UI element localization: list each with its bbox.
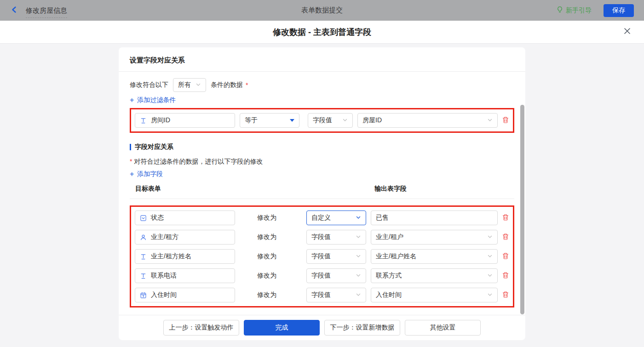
calendar-icon — [140, 292, 147, 299]
card-footer: 上一步：设置触发动作 完成 下一步：设置新增数据 其他设置 — [119, 315, 525, 340]
chevron-down-icon — [356, 214, 361, 222]
back-button[interactable] — [10, 6, 18, 15]
text-field-icon — [140, 273, 147, 279]
trash-icon — [502, 214, 509, 222]
mapping-section-header: 字段对应关系 — [130, 143, 514, 151]
delete-row-button[interactable] — [502, 272, 509, 280]
other-settings-button[interactable]: 其他设置 — [405, 320, 481, 336]
operator-select[interactable]: 等于 — [240, 113, 299, 128]
target-field-box[interactable]: 状态 — [135, 210, 235, 225]
beginner-guide-link[interactable]: 新手引导 — [556, 6, 592, 15]
filter-value-type-select[interactable]: 字段值 — [308, 113, 353, 128]
delete-row-button[interactable] — [502, 252, 509, 261]
mapping-row: 业主/租方 修改为 字段值 业主/租户 — [135, 230, 509, 245]
dialog-title: 修改数据 - 主表到普通字段 — [273, 27, 371, 38]
target-field-label: 业主/租方姓名 — [151, 252, 191, 261]
trash-icon — [502, 233, 509, 242]
chevron-down-icon — [356, 291, 361, 299]
modify-to-label: 修改为 — [257, 291, 276, 299]
add-filter-condition-label: 添加过滤条件 — [137, 96, 176, 104]
add-filter-condition-link[interactable]: + 添加过滤条件 — [130, 96, 176, 104]
target-field-box[interactable]: 入住时间 — [135, 288, 235, 302]
add-field-link[interactable]: + 添加字段 — [130, 170, 163, 178]
select-field-icon — [140, 215, 147, 222]
close-icon — [623, 27, 631, 36]
value-type-select[interactable]: 字段值 — [306, 268, 366, 283]
settings-card: 设置字段对应关系 修改符合以下 所有 条件的数据 * + 添加过滤条件 — [119, 47, 525, 340]
mapping-row: 入住时间 修改为 字段值 入住时间 — [135, 288, 509, 302]
filter-field-label: 房间ID — [151, 116, 170, 125]
value-type-select[interactable]: 字段值 — [306, 249, 366, 264]
mapping-row: 联系电话 修改为 字段值 联系方式 — [135, 268, 509, 283]
target-field-label: 入住时间 — [151, 291, 177, 299]
mapping-section-title: 字段对应关系 — [135, 143, 173, 151]
chevron-down-icon — [356, 253, 361, 260]
modify-to-label: 修改为 — [257, 252, 276, 261]
delete-row-button[interactable] — [502, 214, 509, 222]
page-title: 表单数据提交 — [301, 6, 343, 15]
plus-icon: + — [130, 171, 134, 178]
column-output-field: 输出表字段 — [374, 185, 407, 192]
required-mark: * — [130, 158, 132, 165]
target-field-label: 状态 — [151, 214, 164, 222]
next-step-button[interactable]: 下一步：设置新增数据 — [324, 320, 400, 336]
mapping-row: 业主/租方姓名 修改为 字段值 业主/租户姓名 — [135, 249, 509, 264]
trash-icon — [502, 272, 509, 280]
add-field-label: 添加字段 — [137, 170, 163, 178]
chevron-left-icon — [10, 6, 18, 15]
target-field-box[interactable]: 联系电话 — [135, 268, 235, 283]
delete-row-button[interactable] — [502, 291, 509, 300]
mapping-description: *对符合过滤条件的数据，进行以下字段的修改 — [130, 158, 514, 166]
card-section-title: 设置字段对应关系 — [119, 47, 525, 72]
chevron-down-icon — [356, 233, 361, 241]
output-field-select[interactable]: 入住时间 — [371, 288, 498, 302]
lightbulb-icon — [556, 6, 564, 15]
match-suffix-label: 条件的数据 — [211, 81, 243, 89]
filter-condition-row: 房间ID 等于 字段值 房屋ID — [135, 113, 509, 128]
target-field-box[interactable]: 业主/租方 — [135, 230, 235, 245]
output-value-input[interactable]: 已售 — [371, 210, 498, 225]
chevron-down-icon — [487, 233, 493, 241]
chevron-down-icon — [487, 291, 493, 299]
output-field-select[interactable]: 业主/租户姓名 — [371, 249, 498, 264]
card-content: 修改符合以下 所有 条件的数据 * + 添加过滤条件 — [119, 72, 525, 315]
filter-field-box[interactable]: 房间ID — [135, 113, 235, 128]
close-button[interactable] — [622, 27, 632, 37]
section-accent-bar — [130, 144, 131, 150]
match-type-select[interactable]: 所有 — [173, 78, 206, 92]
dialog-header: 修改数据 - 主表到普通字段 — [0, 21, 644, 44]
dialog-body: 设置字段对应关系 修改符合以下 所有 条件的数据 * + 添加过滤条件 — [0, 47, 644, 347]
target-field-label: 联系电话 — [151, 272, 177, 280]
value-type-select[interactable]: 自定义 — [306, 210, 366, 225]
flow-title[interactable]: 修改房屋信息 — [26, 6, 67, 18]
output-field-select[interactable]: 联系方式 — [371, 268, 498, 283]
chevron-down-icon — [196, 81, 201, 89]
top-navbar: 修改房屋信息 表单数据提交 新手引导 保存 — [0, 0, 644, 21]
target-field-box[interactable]: 业主/租方姓名 — [135, 249, 235, 264]
column-target-form: 目标表单 — [135, 185, 373, 193]
chevron-down-icon — [487, 117, 493, 124]
mapping-highlight-box: 状态 修改为 自定义 已售 — [130, 205, 514, 307]
filter-value-field-select[interactable]: 房屋ID — [357, 113, 498, 128]
trash-icon — [502, 252, 509, 261]
delete-row-button[interactable] — [502, 233, 509, 242]
save-button[interactable]: 保存 — [604, 4, 634, 17]
plus-icon: + — [130, 97, 134, 104]
chevron-down-icon — [487, 272, 493, 279]
text-field-icon — [140, 117, 147, 124]
output-field-select[interactable]: 业主/租户 — [371, 230, 498, 245]
value-type-select[interactable]: 字段值 — [306, 288, 366, 302]
match-condition-row: 修改符合以下 所有 条件的数据 * — [130, 78, 514, 92]
done-button[interactable]: 完成 — [244, 320, 320, 336]
target-field-label: 业主/租方 — [151, 233, 178, 241]
chevron-down-icon — [342, 117, 348, 124]
chevron-down-icon — [356, 272, 361, 279]
value-type-select[interactable]: 字段值 — [306, 230, 366, 245]
delete-condition-button[interactable] — [502, 116, 509, 125]
prev-step-button[interactable]: 上一步：设置触发动作 — [163, 320, 239, 336]
trash-icon — [502, 116, 509, 125]
mapping-column-headers: 目标表单 输出表字段 — [130, 185, 514, 199]
scrollbar-thumb[interactable] — [520, 105, 524, 314]
modify-to-label: 修改为 — [257, 272, 276, 280]
chevron-down-icon — [487, 253, 493, 260]
